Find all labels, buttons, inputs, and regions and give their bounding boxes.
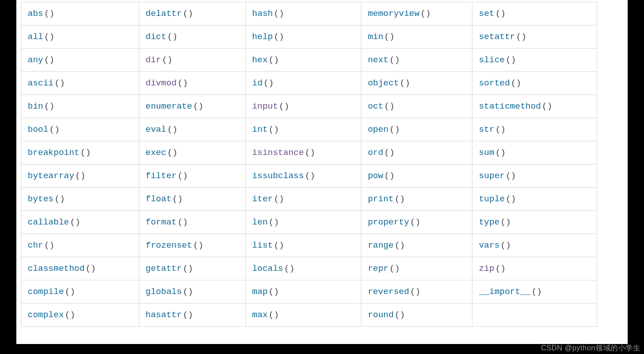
table-row: breakpoint()exec()isinstance()ord()sum() bbox=[21, 141, 597, 165]
function-cell[interactable]: oct() bbox=[361, 95, 472, 118]
function-cell[interactable]: complex() bbox=[21, 304, 139, 327]
paren: () bbox=[384, 101, 395, 111]
function-cell[interactable]: filter() bbox=[139, 165, 246, 188]
function-cell[interactable]: next() bbox=[361, 49, 472, 72]
function-cell[interactable]: memoryview() bbox=[361, 2, 472, 25]
function-cell[interactable]: locals() bbox=[246, 257, 361, 280]
function-cell[interactable]: id() bbox=[246, 72, 361, 95]
function-cell[interactable]: vars() bbox=[472, 234, 597, 257]
function-cell[interactable]: float() bbox=[139, 188, 246, 211]
function-name: slice bbox=[479, 55, 505, 65]
paren: () bbox=[193, 101, 203, 111]
function-cell[interactable]: hash() bbox=[246, 2, 361, 25]
paren: () bbox=[394, 310, 405, 320]
function-cell[interactable]: hasattr() bbox=[139, 304, 246, 327]
function-cell[interactable]: setattr() bbox=[472, 25, 597, 49]
function-cell[interactable]: sum() bbox=[472, 141, 597, 165]
function-cell[interactable]: exec() bbox=[139, 141, 246, 165]
function-cell[interactable]: reversed() bbox=[361, 280, 472, 304]
function-cell[interactable]: ord() bbox=[361, 141, 472, 165]
function-cell[interactable]: map() bbox=[246, 280, 361, 304]
table-row: all()dict()help()min()setattr() bbox=[21, 25, 597, 49]
function-name: complex bbox=[28, 310, 64, 320]
function-name: enumerate bbox=[146, 101, 192, 111]
paren: () bbox=[172, 194, 183, 204]
function-cell[interactable]: round() bbox=[361, 304, 472, 327]
function-cell[interactable]: slice() bbox=[472, 49, 597, 72]
function-cell[interactable]: issubclass() bbox=[246, 165, 361, 188]
function-cell[interactable]: type() bbox=[472, 211, 597, 234]
function-name: input bbox=[252, 101, 278, 111]
function-cell[interactable]: __import__() bbox=[472, 280, 597, 304]
function-cell[interactable]: abs() bbox=[21, 2, 139, 25]
function-cell[interactable]: bytes() bbox=[21, 188, 139, 211]
table-row: abs()delattr()hash()memoryview()set() bbox=[21, 2, 597, 25]
function-cell[interactable]: eval() bbox=[139, 118, 246, 141]
function-cell[interactable]: print() bbox=[361, 188, 472, 211]
function-cell[interactable]: format() bbox=[139, 211, 246, 234]
function-cell[interactable]: dict() bbox=[139, 25, 246, 49]
function-cell[interactable]: object() bbox=[361, 72, 472, 95]
function-cell[interactable]: help() bbox=[246, 25, 361, 49]
function-cell[interactable]: input() bbox=[246, 95, 361, 118]
function-cell[interactable]: int() bbox=[246, 118, 361, 141]
function-cell[interactable]: compile() bbox=[21, 280, 139, 304]
function-name: issubclass bbox=[252, 171, 304, 181]
function-name: super bbox=[479, 171, 505, 181]
paren: () bbox=[394, 194, 405, 204]
paren: () bbox=[167, 125, 177, 135]
function-cell[interactable]: callable() bbox=[21, 211, 139, 234]
function-cell[interactable]: sorted() bbox=[472, 72, 597, 95]
function-cell[interactable]: pow() bbox=[361, 165, 472, 188]
paren: () bbox=[305, 171, 315, 181]
function-cell[interactable]: tuple() bbox=[472, 188, 597, 211]
function-cell[interactable]: all() bbox=[21, 25, 139, 49]
function-cell[interactable]: divmod() bbox=[139, 72, 246, 95]
function-cell[interactable]: str() bbox=[472, 118, 597, 141]
paren: () bbox=[167, 148, 177, 158]
paren: () bbox=[183, 310, 193, 320]
function-cell[interactable]: bytearray() bbox=[21, 165, 139, 188]
function-name: chr bbox=[28, 240, 43, 250]
function-cell[interactable]: classmethod() bbox=[21, 257, 139, 280]
paren: () bbox=[162, 55, 172, 65]
function-cell[interactable]: min() bbox=[361, 25, 472, 49]
function-cell[interactable]: staticmethod() bbox=[472, 95, 597, 118]
function-name: all bbox=[28, 32, 43, 42]
function-cell[interactable]: enumerate() bbox=[139, 95, 246, 118]
function-cell[interactable]: open() bbox=[361, 118, 472, 141]
function-cell[interactable]: globals() bbox=[139, 280, 246, 304]
function-name: compile bbox=[28, 287, 64, 297]
function-cell[interactable]: set() bbox=[472, 2, 597, 25]
function-cell[interactable]: delattr() bbox=[139, 2, 246, 25]
function-cell[interactable]: frozenset() bbox=[139, 234, 246, 257]
function-cell[interactable]: len() bbox=[246, 211, 361, 234]
function-cell[interactable]: isinstance() bbox=[246, 141, 361, 165]
function-cell[interactable]: list() bbox=[246, 234, 361, 257]
function-cell[interactable]: super() bbox=[472, 165, 597, 188]
paren: () bbox=[389, 264, 400, 274]
paren: () bbox=[75, 171, 86, 181]
function-cell[interactable]: property() bbox=[361, 211, 472, 234]
function-name: map bbox=[252, 287, 268, 297]
paren: () bbox=[49, 125, 60, 135]
function-cell[interactable]: bool() bbox=[21, 118, 139, 141]
function-cell[interactable]: dir() bbox=[139, 49, 246, 72]
function-cell[interactable]: getattr() bbox=[139, 257, 246, 280]
table-row: ascii()divmod()id()object()sorted() bbox=[21, 72, 597, 95]
function-cell[interactable]: any() bbox=[21, 49, 139, 72]
function-cell[interactable]: max() bbox=[246, 304, 361, 327]
function-cell[interactable]: zip() bbox=[472, 257, 597, 280]
function-name: classmethod bbox=[28, 264, 84, 274]
function-cell[interactable]: hex() bbox=[246, 49, 361, 72]
function-cell[interactable]: ascii() bbox=[21, 72, 139, 95]
function-name: id bbox=[252, 78, 263, 88]
function-cell[interactable]: iter() bbox=[246, 188, 361, 211]
function-cell[interactable]: repr() bbox=[361, 257, 472, 280]
function-cell[interactable]: chr() bbox=[21, 234, 139, 257]
function-cell[interactable]: bin() bbox=[21, 95, 139, 118]
paren: () bbox=[44, 32, 54, 42]
function-cell[interactable]: breakpoint() bbox=[21, 141, 139, 165]
paren: () bbox=[44, 9, 54, 19]
function-cell[interactable]: range() bbox=[361, 234, 472, 257]
